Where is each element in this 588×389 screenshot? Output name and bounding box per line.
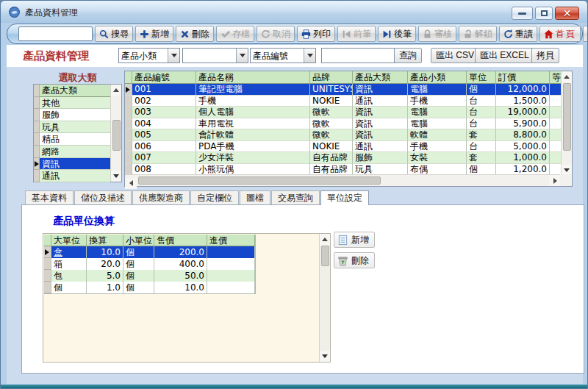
product-grid-cell[interactable]: 008	[132, 164, 196, 176]
export-csv-button[interactable]: 匯出 CSV	[431, 48, 479, 63]
product-grid-cell[interactable]: 006	[132, 141, 196, 153]
product-grid-cell[interactable]: 套	[467, 129, 496, 141]
small-category-combo[interactable]: 產品小類	[118, 48, 180, 63]
product-grid-cell[interactable]	[550, 141, 562, 153]
product-grid-row[interactable]: 002手機NOKIE通訊手機台1,500.0	[125, 96, 572, 107]
product-grid-cell[interactable]: 003	[132, 107, 196, 118]
product-grid-cell[interactable]: 女裝	[408, 152, 467, 164]
tab-item[interactable]: 交易查詢	[271, 190, 320, 204]
toolbar-button-delete-x[interactable]: 刪除	[176, 26, 214, 42]
filter-search-input[interactable]	[321, 48, 396, 63]
product-grid-cell[interactable]: 個	[467, 84, 496, 96]
chevron-down-icon[interactable]	[304, 49, 315, 63]
product-grid-cell[interactable]: 1,200.0	[496, 164, 550, 176]
copy-button[interactable]: 拷貝	[531, 48, 559, 63]
category-list-item[interactable]: 其他	[34, 97, 110, 110]
product-grid-cell[interactable]: 電腦	[408, 118, 467, 130]
product-grid-cell[interactable]: 電腦	[408, 84, 467, 96]
unit-table-cell[interactable]: 箱	[51, 258, 87, 270]
scroll-up-icon[interactable]	[111, 85, 121, 96]
product-grid-cell[interactable]: 004	[132, 118, 196, 130]
unit-table-cell[interactable]: 1.0	[87, 282, 123, 293]
category-column-header[interactable]: 產品大類	[40, 85, 110, 97]
product-grid-cell[interactable]	[550, 107, 562, 118]
product-grid-cell[interactable]: 5,000.0	[496, 141, 550, 153]
product-code-combo[interactable]: 產品編號	[250, 48, 316, 63]
unit-table-cell[interactable]	[207, 258, 255, 270]
category-list-scrollbar[interactable]	[110, 85, 121, 182]
scroll-down-icon[interactable]	[111, 171, 121, 182]
unit-delete-button[interactable]: 刪除	[334, 252, 375, 268]
unit-table-row[interactable]: 包5.0個50.0	[44, 270, 255, 282]
product-grid-column-header[interactable]: 產品編號	[132, 71, 196, 84]
product-grid-cell[interactable]	[550, 152, 562, 164]
product-grid-cell[interactable]: 005	[132, 129, 196, 141]
product-grid-cell[interactable]: 1,500.0	[496, 96, 550, 107]
product-grid-cell[interactable]: 自有品牌	[310, 152, 353, 164]
unit-table-cell[interactable]: 個	[123, 258, 154, 270]
toolbar-button-plus[interactable]: 新增	[135, 26, 173, 42]
unit-table-column-header[interactable]: 大單位	[51, 235, 87, 246]
scroll-up-icon[interactable]	[562, 71, 572, 82]
product-grid-cell[interactable]: 少女洋裝	[196, 152, 310, 164]
chevron-down-icon[interactable]	[236, 49, 248, 63]
product-grid-cell[interactable]: 筆記型電腦	[196, 84, 310, 96]
product-grid-row[interactable]: 008小熊玩偶自有品牌玩具布偶個1,200.0	[125, 164, 572, 176]
product-grid-cell[interactable]: 車用電視	[196, 118, 310, 130]
product-grid-row[interactable]: 001筆記型電腦UNITESYS資訊電腦個12,000.0	[125, 84, 572, 96]
unit-table-row[interactable]: 盒10.0個200.0	[44, 246, 255, 258]
export-excel-button[interactable]: 匯出 EXCEL	[475, 48, 534, 63]
product-grid-cell[interactable]: 資訊	[353, 129, 408, 141]
product-grid-cell[interactable]: 資訊	[353, 107, 408, 118]
toolbar-button-next-record[interactable]: 後筆	[378, 26, 416, 42]
product-grid-cell[interactable]: 12,000.0	[496, 84, 550, 96]
product-grid-cell[interactable]: PDA手機	[196, 141, 310, 153]
unit-table-cell[interactable]: 盒	[51, 246, 87, 258]
tab-item[interactable]: 供應製造商	[132, 190, 190, 204]
product-grid-row[interactable]: 004車用電視微軟資訊電腦台5,900.0	[125, 118, 572, 130]
unit-table-cell[interactable]: 400.0	[154, 258, 207, 270]
product-grid-row[interactable]: 007少女洋裝自有品牌服飾女裝套1,000.0	[125, 152, 572, 164]
scrollbar-thumb[interactable]	[112, 120, 121, 151]
product-grid-cell[interactable]: 002	[132, 96, 196, 107]
unit-table-column-header[interactable]: 進價	[207, 235, 255, 246]
unit-table-cell[interactable]: 10.0	[87, 246, 123, 258]
tab-item[interactable]: 基本資料	[25, 190, 74, 204]
scrollbar-thumb[interactable]	[321, 246, 329, 266]
toolbar-button-refresh[interactable]: 重讀	[499, 26, 537, 42]
product-grid-cell[interactable]: 個人電腦	[196, 107, 310, 118]
product-grid-cell[interactable]: UNITESYS	[310, 84, 353, 96]
unit-table-cell[interactable]: 個	[123, 246, 154, 258]
product-grid-column-header[interactable]: 產品名稱	[196, 71, 310, 84]
product-grid-cell[interactable]: 007	[132, 152, 196, 164]
tab-item[interactable]: 圖檔	[240, 190, 270, 204]
product-grid-cell[interactable]: 8,800.0	[496, 129, 550, 141]
product-grid-cell[interactable]: 微軟	[310, 107, 353, 118]
unit-table-cell[interactable]	[207, 270, 255, 282]
product-grid-cell[interactable]: 手機	[408, 96, 467, 107]
product-grid-cell[interactable]: 台	[467, 107, 496, 118]
scrollbar-thumb[interactable]	[138, 176, 381, 185]
product-grid-cell[interactable]: 通訊	[353, 141, 408, 153]
product-grid-cell[interactable]: 1,000.0	[496, 152, 550, 164]
product-grid-cell[interactable]	[550, 96, 562, 107]
scrollbar-thumb[interactable]	[563, 83, 571, 151]
product-grid-cell[interactable]: 服飾	[353, 152, 408, 164]
product-grid-cell[interactable]: 手機	[196, 96, 310, 107]
product-grid-row[interactable]: 005會計軟體微軟資訊軟體套8,800.0	[125, 129, 572, 141]
product-grid-cell[interactable]: 台	[467, 118, 496, 130]
tab-item[interactable]: 儲位及描述	[74, 190, 132, 204]
maximize-button[interactable]	[535, 7, 553, 20]
product-grid-cell[interactable]: 台	[467, 141, 496, 153]
product-grid-cell[interactable]: 5,900.0	[496, 118, 550, 130]
product-grid-row[interactable]: 006PDA手機NOKIE通訊手機台5,000.0	[125, 141, 572, 153]
scroll-left-icon[interactable]	[125, 178, 137, 189]
product-grid-cell[interactable]: 19,000.0	[496, 107, 550, 118]
product-grid-cell[interactable]: 台	[467, 96, 496, 107]
product-grid-cell[interactable]: 小熊玩偶	[196, 164, 310, 176]
unit-table-cell[interactable]: 10.0	[154, 282, 207, 293]
product-grid-vscrollbar[interactable]	[561, 71, 572, 176]
category-list-item[interactable]: 網路	[34, 146, 110, 158]
category-list-item[interactable]: 精品	[34, 133, 110, 146]
tab-active-item[interactable]: 單位設定	[320, 190, 369, 205]
